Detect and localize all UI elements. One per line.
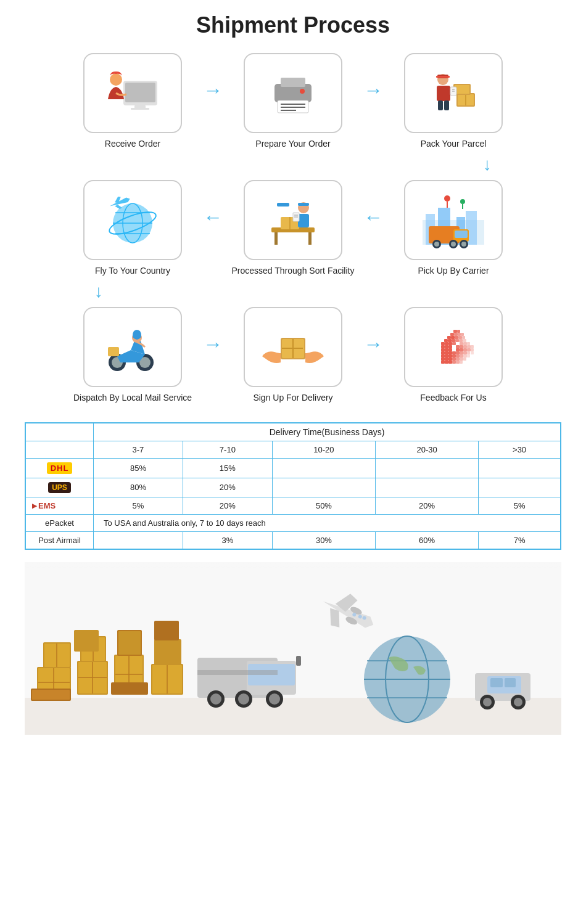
svg-rect-38 bbox=[277, 203, 289, 206]
step-icon-receive-order bbox=[83, 53, 182, 133]
svg-rect-112 bbox=[448, 351, 452, 354]
arrow-5-4: ← bbox=[194, 206, 231, 251]
table-col-3-7: 3-7 bbox=[94, 441, 183, 458]
dhl-10-20 bbox=[272, 458, 375, 478]
table-col-7-10: 7-10 bbox=[183, 441, 272, 458]
svg-rect-70 bbox=[453, 330, 457, 333]
svg-rect-22 bbox=[444, 100, 449, 110]
svg-point-59 bbox=[460, 199, 465, 204]
ups-7-10: 20% bbox=[183, 478, 272, 497]
svg-rect-40 bbox=[298, 214, 309, 227]
process-grid: Receive Order → bbox=[25, 53, 561, 404]
svg-point-4 bbox=[110, 73, 122, 86]
svg-rect-98 bbox=[460, 345, 463, 348]
svg-rect-123 bbox=[456, 354, 460, 358]
svg-rect-91 bbox=[460, 342, 463, 345]
svg-rect-80 bbox=[462, 336, 465, 339]
step-receive-order: Receive Order bbox=[71, 53, 194, 149]
svg-rect-135 bbox=[445, 361, 448, 364]
svg-rect-114 bbox=[456, 351, 460, 354]
page-wrapper: Shipment Process bbox=[0, 0, 586, 753]
step-label-sign-delivery: Sign Up For Delivery bbox=[253, 392, 332, 403]
arrow-1-2: → bbox=[194, 79, 231, 124]
post-20-30: 60% bbox=[376, 531, 479, 549]
svg-rect-33 bbox=[274, 232, 278, 245]
svg-rect-181 bbox=[296, 656, 301, 666]
svg-rect-105 bbox=[456, 348, 460, 351]
svg-point-55 bbox=[451, 242, 456, 247]
svg-rect-119 bbox=[441, 354, 445, 358]
svg-rect-109 bbox=[471, 348, 474, 351]
svg-rect-71 bbox=[457, 330, 460, 333]
svg-rect-3 bbox=[131, 108, 149, 110]
table-col-carrier bbox=[26, 423, 94, 441]
svg-rect-139 bbox=[460, 361, 463, 364]
svg-rect-81 bbox=[444, 339, 448, 342]
svg-rect-130 bbox=[452, 358, 456, 361]
svg-rect-174 bbox=[197, 670, 278, 675]
process-row-3: Dispatch By Local Mail Service → bbox=[25, 307, 561, 403]
process-row-2: Fly To Your Country ← bbox=[25, 180, 561, 276]
svg-rect-170 bbox=[154, 621, 179, 640]
ems-3-7: 5% bbox=[94, 497, 183, 514]
arrow-4-7-down: ↓ bbox=[37, 276, 160, 307]
page-title: Shipment Process bbox=[25, 12, 561, 38]
step-label-pack-parcel: Pack Your Parcel bbox=[421, 138, 487, 149]
svg-rect-129 bbox=[448, 358, 452, 361]
svg-point-195 bbox=[483, 698, 492, 706]
ems-30plus: 5% bbox=[479, 497, 561, 514]
carrier-dhl: DHL bbox=[26, 458, 94, 478]
post-10-20: 30% bbox=[272, 531, 375, 549]
svg-rect-90 bbox=[452, 342, 456, 345]
step-icon-pack-parcel bbox=[404, 53, 503, 133]
svg-rect-124 bbox=[460, 354, 463, 358]
svg-rect-111 bbox=[445, 351, 448, 354]
svg-rect-1 bbox=[125, 83, 155, 102]
step-label-feedback: Feedback For Us bbox=[420, 392, 486, 403]
svg-rect-107 bbox=[463, 348, 467, 351]
arrow-row-down-right: ↓ bbox=[25, 149, 561, 180]
svg-rect-64 bbox=[108, 347, 119, 356]
svg-rect-88 bbox=[445, 342, 448, 345]
step-pack-parcel: Pack Your Parcel bbox=[392, 53, 515, 149]
step-label-fly-country: Fly To Your Country bbox=[95, 265, 170, 276]
table-row-post-airmail: Post Airmail 3% 30% 60% 7% bbox=[26, 531, 561, 549]
step-label-receive-order: Receive Order bbox=[105, 138, 160, 149]
svg-point-197 bbox=[514, 698, 522, 706]
svg-rect-121 bbox=[448, 354, 452, 358]
carrier-post-airmail: Post Airmail bbox=[26, 531, 94, 549]
arrow-8-9: → bbox=[355, 333, 392, 378]
step-icon-processed-sort bbox=[244, 180, 342, 260]
dhl-logo: DHL bbox=[47, 462, 73, 474]
svg-rect-73 bbox=[454, 333, 458, 336]
svg-rect-86 bbox=[463, 339, 466, 342]
dhl-7-10: 15% bbox=[183, 458, 272, 478]
carrier-ups: UPS bbox=[26, 478, 94, 497]
svg-rect-104 bbox=[448, 348, 452, 351]
svg-rect-118 bbox=[471, 351, 474, 354]
ups-20-30 bbox=[376, 478, 479, 497]
step-feedback: Feedback For Us bbox=[392, 307, 515, 403]
svg-rect-113 bbox=[452, 351, 456, 354]
ups-30plus bbox=[479, 478, 561, 497]
arrow-3-6-down: ↓ bbox=[426, 149, 549, 180]
svg-rect-89 bbox=[448, 342, 452, 345]
step-prepare-order: Prepare Your Order bbox=[231, 53, 355, 149]
svg-rect-164 bbox=[118, 631, 141, 655]
post-3-7 bbox=[94, 531, 183, 549]
ems-7-10: 20% bbox=[183, 497, 272, 514]
svg-rect-93 bbox=[467, 342, 470, 345]
step-pickup-carrier: Pick Up By Carrier bbox=[392, 180, 515, 276]
table-col-10-20: 10-20 bbox=[272, 441, 375, 458]
step-dispatch-local: Dispatch By Local Mail Service bbox=[71, 307, 194, 403]
svg-rect-117 bbox=[467, 351, 470, 354]
dhl-3-7: 85% bbox=[94, 458, 183, 478]
svg-rect-97 bbox=[456, 345, 460, 348]
svg-rect-126 bbox=[467, 354, 470, 358]
svg-rect-85 bbox=[459, 339, 463, 342]
svg-point-11 bbox=[300, 89, 305, 94]
svg-rect-92 bbox=[463, 342, 467, 345]
svg-rect-72 bbox=[450, 333, 454, 336]
svg-rect-138 bbox=[456, 361, 460, 364]
svg-rect-102 bbox=[441, 348, 445, 351]
